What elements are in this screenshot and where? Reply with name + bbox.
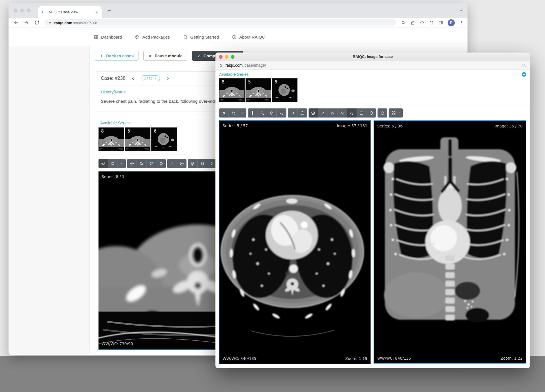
chevron-down-icon xyxy=(397,111,401,115)
share-icon[interactable] xyxy=(410,20,415,25)
url-path: /case/image/ xyxy=(244,63,266,68)
cine-loop-button[interactable] xyxy=(229,108,238,118)
popup-address-bar[interactable]: raiqc.com/case/image/ xyxy=(215,61,530,70)
next-case-icon[interactable] xyxy=(165,76,170,81)
reset-cycle-button[interactable] xyxy=(277,108,286,118)
skip-end-icon xyxy=(340,111,345,116)
layout-grid-button[interactable] xyxy=(389,108,403,118)
pan-icon xyxy=(250,111,255,116)
address-bar[interactable]: raiqc.com/case/300500/ xyxy=(45,19,396,26)
layout-grid-icon xyxy=(391,111,396,116)
page-zoom-icon[interactable] xyxy=(401,20,406,25)
zoom-window-button[interactable] xyxy=(231,55,234,59)
zoom-button[interactable] xyxy=(257,108,267,118)
back-to-cases-button[interactable]: Back to cases xyxy=(95,51,139,61)
layers-button[interactable] xyxy=(309,108,318,118)
erase-annotation-button[interactable] xyxy=(297,108,307,118)
rotate-button[interactable] xyxy=(146,159,156,168)
refresh-button[interactable] xyxy=(378,108,387,118)
case-pagination-value: 1 / 18 xyxy=(144,77,152,80)
play-button[interactable] xyxy=(328,108,338,118)
nav-item-about-raiqc[interactable]: About RAIQC xyxy=(232,35,265,39)
series-thumbnail-8[interactable]: 8 xyxy=(219,78,245,102)
brightness-button[interactable] xyxy=(98,159,108,168)
minus-circle-icon xyxy=(179,161,184,166)
reload-icon[interactable] xyxy=(34,20,39,26)
series-thumbnail-6[interactable]: 6 xyxy=(151,127,177,151)
viewport-axial[interactable]: Series: 5 / 57 Image: 57 / 181 WW/WC: 84… xyxy=(219,120,371,364)
close-window-button[interactable] xyxy=(219,55,223,59)
loop-button[interactable] xyxy=(347,108,357,118)
split-view-button[interactable] xyxy=(357,108,366,118)
zoom-button[interactable] xyxy=(137,159,146,168)
nav-item-getting-started[interactable]: Getting Started xyxy=(183,35,219,39)
pan-button[interactable] xyxy=(127,159,137,168)
layers-icon xyxy=(311,111,316,116)
page-zoom-out-icon[interactable] xyxy=(522,63,527,68)
rotate-icon xyxy=(269,111,274,116)
new-tab-button[interactable] xyxy=(107,8,112,13)
popup-window-title: RAIQC: Image for case xyxy=(353,54,393,59)
cine-loop-button[interactable] xyxy=(108,159,118,168)
tool-options-button[interactable] xyxy=(238,108,246,118)
magnifier-icon xyxy=(260,111,265,116)
url-host: raiqc.com xyxy=(225,63,243,68)
viewport-coronal[interactable]: Series: 6 / 36 Image: 36 / 70 WW/WC: 840… xyxy=(374,120,526,364)
viewer-zoom-label: Zoom: 1.19 xyxy=(345,356,367,361)
series-thumbnails: 8 5 6 xyxy=(219,78,526,102)
series-thumbnail-6[interactable]: 6 xyxy=(272,78,297,102)
back-icon[interactable] xyxy=(13,20,19,26)
tab-search-chevron-icon[interactable] xyxy=(459,9,463,13)
pan-button[interactable] xyxy=(248,108,257,118)
layers-icon xyxy=(190,161,195,166)
minimize-window-button[interactable] xyxy=(225,55,229,59)
first-frame-button[interactable] xyxy=(198,159,207,168)
erase-annotation-button[interactable] xyxy=(177,159,186,168)
window-controls[interactable] xyxy=(219,55,234,59)
viewer-zoom-label: Zoom: 1.22 xyxy=(500,356,523,360)
forward-icon[interactable] xyxy=(24,20,29,26)
collapse-series-button[interactable] xyxy=(522,72,526,77)
tool-options-button[interactable] xyxy=(118,159,126,168)
browser-tab[interactable]: RAIQC: Case view xyxy=(38,6,102,18)
menu-kebab-icon[interactable] xyxy=(459,20,464,25)
bookmark-star-icon[interactable] xyxy=(420,20,425,25)
brightness-button[interactable] xyxy=(219,108,229,118)
layers-button[interactable] xyxy=(188,159,198,168)
annotate-arrow-button[interactable] xyxy=(288,108,297,118)
rotate-button[interactable] xyxy=(267,108,277,118)
cycle-icon xyxy=(159,161,164,166)
popup-title-bar[interactable]: RAIQC: Image for case xyxy=(215,53,530,61)
side-panel-icon[interactable] xyxy=(438,20,443,25)
minimize-window-button[interactable] xyxy=(20,9,24,12)
nav-item-add-packages[interactable]: Add Packages xyxy=(135,35,170,39)
series-thumbnail-8[interactable]: 8 xyxy=(98,127,124,151)
case-pagination-dropdown[interactable]: 1 / 18 xyxy=(141,76,160,81)
tab-strip: RAIQC: Case view xyxy=(9,3,468,18)
reset-cycle-button[interactable] xyxy=(156,159,166,168)
thumbnail-number: 8 xyxy=(222,79,225,85)
last-frame-button[interactable] xyxy=(338,108,347,118)
close-window-button[interactable] xyxy=(14,9,18,12)
series-thumbnail-5[interactable]: 5 xyxy=(246,78,271,102)
extensions-icon[interactable] xyxy=(429,20,434,25)
ct-coronal-chest-image xyxy=(374,121,526,363)
ct-axial-chest-image xyxy=(219,121,370,364)
refresh-icon xyxy=(380,111,385,116)
divider xyxy=(215,105,530,105)
chevron-down-icon xyxy=(154,77,157,80)
previous-case-icon[interactable] xyxy=(131,76,136,81)
nav-item-dashboard[interactable]: Dashboard xyxy=(94,35,122,39)
reset-view-button[interactable] xyxy=(366,108,376,118)
pause-module-button[interactable]: Pause module xyxy=(143,51,187,61)
play-icon xyxy=(209,161,214,166)
series-thumbnail-5[interactable]: 5 xyxy=(125,127,150,151)
zoom-window-button[interactable] xyxy=(27,9,31,12)
profile-avatar[interactable]: P xyxy=(448,19,455,26)
site-header: Dashboard Add Packages Getting Started A… xyxy=(9,28,468,46)
annotate-arrow-button[interactable] xyxy=(167,159,177,168)
tab-close-icon[interactable] xyxy=(95,10,99,14)
first-frame-button[interactable] xyxy=(318,108,328,118)
dashboard-grid-icon xyxy=(94,35,98,39)
window-controls[interactable] xyxy=(14,9,31,12)
